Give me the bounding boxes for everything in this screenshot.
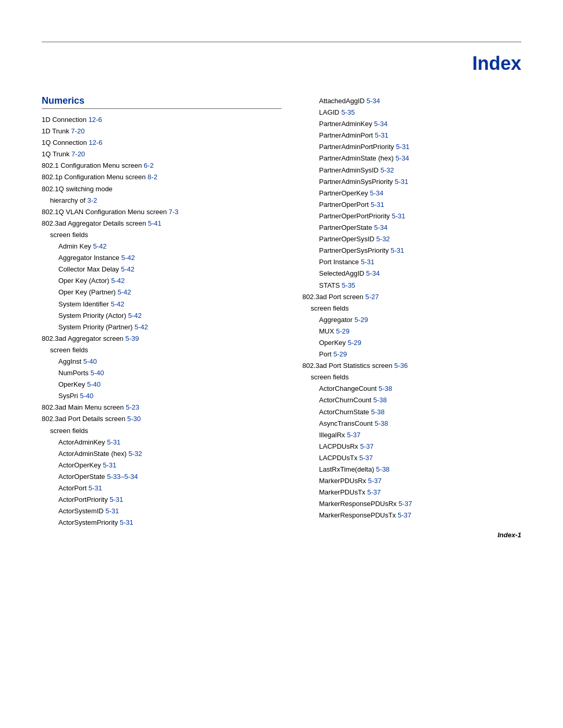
list-item: PartnerOperSysID 5-32 xyxy=(302,233,521,245)
index-link[interactable]: 5-34 xyxy=(370,189,384,197)
index-link[interactable]: 5-37 xyxy=(360,442,374,450)
index-link[interactable]: 5-31 xyxy=(395,178,408,186)
index-link[interactable]: 5-38 xyxy=(376,465,389,473)
index-link[interactable]: 8-2 xyxy=(148,173,157,181)
list-item: 802.3ad Aggregator Details screen 5-41 xyxy=(42,218,282,229)
index-link[interactable]: 7-20 xyxy=(71,127,84,135)
list-item: Aggregator 5-29 xyxy=(302,314,521,326)
index-link[interactable]: 5-31 xyxy=(109,496,123,503)
index-link[interactable]: 5-37 xyxy=(368,477,382,485)
index-link[interactable]: 5-40 xyxy=(90,369,104,377)
list-item: MarkerResponsePDUsTx 5-37 xyxy=(302,510,521,521)
index-link[interactable]: 5-42 xyxy=(111,300,124,308)
index-link[interactable]: 5-31 xyxy=(371,201,384,208)
index-link[interactable]: 5-31 xyxy=(120,519,133,526)
index-link[interactable]: 5-31 xyxy=(390,246,404,254)
index-link[interactable]: 5-32 xyxy=(128,450,142,458)
list-item: ActorChurnCount 5-38 xyxy=(302,394,521,406)
index-link[interactable]: 5-30 xyxy=(127,415,141,423)
index-link[interactable]: 5-31 xyxy=(105,507,119,515)
page-title: Index xyxy=(42,53,521,75)
index-link[interactable]: 12-6 xyxy=(89,139,102,146)
index-link[interactable]: 5-37 xyxy=(347,431,360,439)
index-link[interactable]: 5-29 xyxy=(354,316,368,324)
right-entries: AttachedAggID 5-34LAGID 5-35PartnerAdmin… xyxy=(302,95,521,521)
index-link[interactable]: 5-38 xyxy=(374,419,388,427)
index-link[interactable]: 5-42 xyxy=(134,323,148,331)
index-link[interactable]: 5-37 xyxy=(398,500,412,508)
index-link[interactable]: 5-38 xyxy=(371,408,385,416)
list-item: 802.3ad Aggregator screen 5-39 xyxy=(42,333,282,344)
index-link[interactable]: 5-27 xyxy=(365,293,379,301)
index-link[interactable]: 5-29 xyxy=(333,350,347,358)
list-item: 802.1Q switching mode xyxy=(42,183,282,195)
index-link[interactable]: 5-42 xyxy=(111,277,125,285)
index-link[interactable]: 5-32 xyxy=(381,166,394,174)
list-item: Collector Max Delay 5-42 xyxy=(42,264,282,275)
list-item: Oper Key (Partner) 5-42 xyxy=(42,287,282,298)
list-item: Port Instance 5-31 xyxy=(302,256,521,268)
index-link[interactable]: 12-6 xyxy=(89,116,102,124)
page: Index Numerics 1D Connection 12-61D Trun… xyxy=(0,0,563,560)
index-link[interactable]: 5-31 xyxy=(89,484,102,492)
index-link[interactable]: 6-2 xyxy=(144,162,154,169)
index-link[interactable]: 5-34 xyxy=(366,269,380,277)
left-entries: 1D Connection 12-61D Trunk 7-201Q Connec… xyxy=(42,114,282,528)
index-link[interactable]: 5-34 xyxy=(396,154,409,162)
list-item: 1D Connection 12-6 xyxy=(42,114,282,126)
list-item: NumPorts 5-40 xyxy=(42,367,282,379)
index-link[interactable]: 5-34 xyxy=(366,97,380,105)
index-link[interactable]: 5-37 xyxy=(398,511,411,519)
footer: Index-1 xyxy=(497,531,521,539)
index-link[interactable]: 5-35 xyxy=(341,108,355,116)
list-item: PartnerOperPort 5-31 xyxy=(302,199,521,211)
list-item: 802.3ad Port Details screen 5-30 xyxy=(42,413,282,425)
index-link[interactable]: 5-31 xyxy=(361,258,374,266)
index-link[interactable]: 5-37 xyxy=(367,488,381,496)
index-link[interactable]: 5-34 xyxy=(374,224,388,231)
index-link[interactable]: 7-20 xyxy=(71,150,85,158)
list-item: MarkerPDUsTx 5-37 xyxy=(302,487,521,498)
index-link[interactable]: 5-42 xyxy=(121,265,134,273)
index-link[interactable]: 5-37 xyxy=(359,454,373,462)
index-link[interactable]: 5-31 xyxy=(103,461,116,469)
list-item: ActorPortPriority 5-31 xyxy=(42,494,282,505)
index-link[interactable]: 5-29 xyxy=(336,327,350,335)
list-item: IllegalRx 5-37 xyxy=(302,429,521,441)
list-item: System Identifier 5-42 xyxy=(42,299,282,310)
index-link[interactable]: 5-36 xyxy=(394,362,408,369)
index-link[interactable]: 5-33–5-34 xyxy=(107,473,138,480)
list-item: 1Q Connection 12-6 xyxy=(42,137,282,149)
index-link[interactable]: 5-42 xyxy=(93,242,106,250)
index-link[interactable]: 7-3 xyxy=(169,208,179,216)
content-area: Numerics 1D Connection 12-61D Trunk 7-20… xyxy=(42,95,521,528)
list-item: ActorAdminKey 5-31 xyxy=(42,437,282,448)
index-link[interactable]: 5-40 xyxy=(80,392,93,400)
index-link[interactable]: 5-23 xyxy=(126,403,139,411)
index-link[interactable]: 5-42 xyxy=(117,288,131,296)
list-item: SelectedAggID 5-34 xyxy=(302,268,521,279)
list-item: ActorOperKey 5-31 xyxy=(42,460,282,471)
list-item: ActorChangeCount 5-38 xyxy=(302,383,521,394)
index-link[interactable]: 5-40 xyxy=(83,357,97,365)
index-link[interactable]: 5-38 xyxy=(373,396,387,404)
index-link[interactable]: 5-42 xyxy=(128,312,142,319)
index-link[interactable]: 5-35 xyxy=(342,281,356,289)
index-link[interactable]: 5-29 xyxy=(348,339,361,347)
list-item: screen fields xyxy=(302,372,521,383)
index-link[interactable]: 5-32 xyxy=(376,235,390,243)
index-link[interactable]: 5-31 xyxy=(391,212,405,220)
index-link[interactable]: 5-38 xyxy=(378,385,392,392)
list-item: ActorPort 5-31 xyxy=(42,483,282,494)
index-link[interactable]: 5-31 xyxy=(375,131,388,139)
index-link[interactable]: 5-34 xyxy=(374,120,388,128)
list-item: ActorSystemPriority 5-31 xyxy=(42,517,282,528)
index-link[interactable]: 5-41 xyxy=(148,219,162,227)
index-link[interactable]: 5-31 xyxy=(396,143,409,151)
index-link[interactable]: 5-39 xyxy=(125,335,139,342)
index-link[interactable]: 5-31 xyxy=(107,438,120,446)
right-column: AttachedAggID 5-34LAGID 5-35PartnerAdmin… xyxy=(302,95,521,528)
index-link[interactable]: 3-2 xyxy=(88,196,97,204)
index-link[interactable]: 5-40 xyxy=(87,380,101,388)
index-link[interactable]: 5-42 xyxy=(121,254,135,262)
